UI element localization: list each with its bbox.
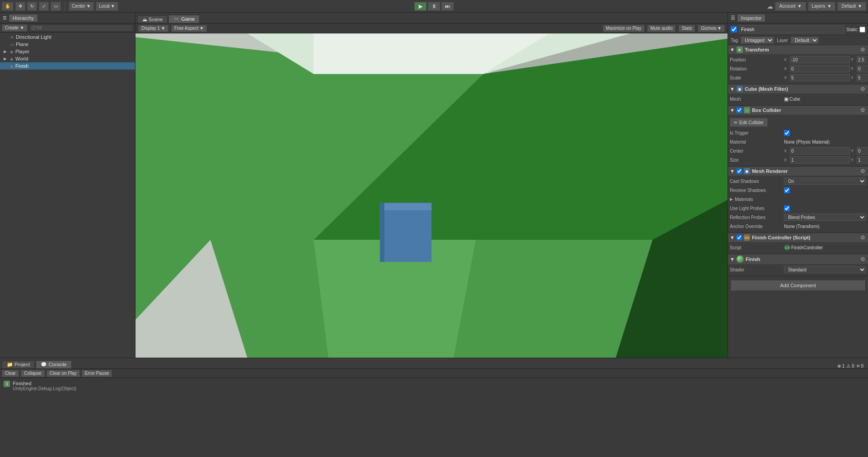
- center-row: Center X Y: [730, 147, 866, 155]
- finish-material-section: ▼ Finish ⚙ Shader Standard: [728, 254, 868, 276]
- fm-settings: ⚙: [859, 256, 866, 262]
- layer-dropdown[interactable]: Default: [791, 37, 819, 44]
- account-dropdown[interactable]: Account ▼: [775, 2, 806, 11]
- stats-button[interactable]: Stats: [678, 25, 695, 32]
- object-active-checkbox[interactable]: [731, 26, 737, 33]
- box-collider-enabled-checkbox[interactable]: [737, 107, 742, 113]
- gizmos-button[interactable]: Gizmos ▼: [698, 25, 725, 32]
- scale-tool-button[interactable]: ⤢: [39, 2, 49, 11]
- edit-collider-icon: ✏: [734, 120, 737, 125]
- center-x-input[interactable]: [790, 147, 850, 154]
- edit-collider-button[interactable]: ✏ Edit Collider: [730, 118, 768, 127]
- mf-settings-btn[interactable]: ⚙: [859, 86, 866, 92]
- rotation-y-input[interactable]: [857, 65, 868, 72]
- hierarchy-item-world[interactable]: ▶ ◈ World: [0, 55, 135, 62]
- size-y-input[interactable]: [857, 156, 868, 163]
- bc-settings-btn[interactable]: ⚙: [859, 107, 866, 113]
- script-label: Script: [730, 245, 784, 250]
- mesh-filter-header[interactable]: ▼ ▣ Cube (Mesh Filter) ⚙: [728, 84, 868, 93]
- display-dropdown[interactable]: Display 1 ▼: [138, 25, 168, 32]
- finish-controller-icon: C#: [744, 234, 750, 241]
- mesh-renderer-body: Cast Shadows On Receive Shadows ▶: [728, 176, 868, 233]
- object-name-field[interactable]: [739, 25, 845, 33]
- pause-button[interactable]: ⏸: [428, 2, 440, 11]
- default-label: Default: [841, 4, 856, 9]
- use-light-probes-checkbox[interactable]: [784, 205, 790, 211]
- hierarchy-item-finish[interactable]: ◈ Finish: [0, 62, 135, 70]
- tag-label: Tag: [731, 38, 738, 43]
- rect-tool-button[interactable]: ▭: [51, 2, 61, 11]
- project-tab[interactable]: 📁 Project: [2, 360, 35, 368]
- transform-settings-btn[interactable]: ⚙: [859, 47, 866, 53]
- mesh-filter-icon: ▣: [737, 86, 743, 92]
- move-tool-button[interactable]: ✥: [15, 2, 25, 11]
- receive-shadows-checkbox[interactable]: [784, 187, 790, 193]
- add-component-button[interactable]: Add Component: [731, 280, 865, 291]
- hierarchy-item-plane[interactable]: ▭ Plane: [0, 41, 135, 48]
- hierarchy-toolbar: Create ▼: [0, 23, 135, 33]
- mesh-renderer-header[interactable]: ▼ ▣ Mesh Renderer ⚙: [728, 167, 868, 176]
- is-trigger-checkbox[interactable]: [784, 130, 790, 136]
- transform-header[interactable]: ▼ ⊕ Transform ⚙: [728, 45, 868, 54]
- clear-button[interactable]: Clear: [2, 370, 19, 377]
- collapse-button[interactable]: Collapse: [21, 370, 45, 377]
- materials-header[interactable]: ▶ Materials: [730, 197, 753, 202]
- mesh-renderer-section: ▼ ▣ Mesh Renderer ⚙ Cast Shadows On: [728, 167, 868, 233]
- scene-tab[interactable]: ⛰ Scene: [137, 15, 168, 23]
- static-checkbox[interactable]: [859, 27, 865, 33]
- position-row: Position X Y: [730, 56, 866, 64]
- game-tab[interactable]: 🎮 Game: [168, 15, 200, 23]
- position-x-input[interactable]: [790, 56, 850, 63]
- hierarchy-item-directional-light[interactable]: ☀ Directional Light: [0, 33, 135, 41]
- pivot-chevron: ▼: [86, 4, 91, 9]
- mesh-row: Mesh ▣ Cube: [730, 95, 866, 103]
- error-pause-button[interactable]: Error Pause: [82, 370, 112, 377]
- console-tab[interactable]: 💬 Console: [36, 360, 71, 368]
- view-tabs: ⛰ Scene 🎮 Game: [135, 13, 728, 23]
- tag-dropdown[interactable]: Untagged: [741, 37, 774, 44]
- play-button[interactable]: ▶: [414, 2, 427, 11]
- physic-material-value: None (Physic Material): [784, 140, 830, 145]
- size-x-input[interactable]: [790, 156, 850, 163]
- hier-label: Plane: [16, 42, 28, 47]
- x-label: X: [784, 57, 789, 62]
- rotation-x-input[interactable]: [790, 65, 850, 72]
- box-collider-header[interactable]: ▼ □ Box Collider ⚙: [728, 106, 868, 115]
- layers-label: Layers: [812, 4, 826, 9]
- finish-material-header[interactable]: ▼ Finish ⚙: [728, 254, 868, 264]
- project-label: Project: [14, 362, 30, 367]
- inspector-tab[interactable]: Inspector: [737, 14, 765, 22]
- console-content: ℹ Finished UnityEngine.Debug.Log(Object): [0, 378, 868, 457]
- mute-button[interactable]: Mute audio: [647, 25, 676, 32]
- hierarchy-create-button[interactable]: Create ▼: [2, 24, 28, 32]
- hierarchy-item-player[interactable]: ▶ ◈ Player: [0, 48, 135, 55]
- layers-dropdown[interactable]: Layers ▼: [808, 2, 836, 11]
- hand-tool-button[interactable]: ✋: [2, 2, 14, 11]
- finish-controller-enabled-checkbox[interactable]: [737, 235, 742, 240]
- maximize-button[interactable]: Maximize on Play: [603, 25, 644, 32]
- scale-y-input[interactable]: [857, 74, 868, 81]
- cast-shadows-dropdown[interactable]: On: [784, 177, 866, 185]
- mr-settings-btn[interactable]: ⚙: [859, 168, 866, 174]
- mesh-renderer-enabled-checkbox[interactable]: [737, 168, 742, 174]
- default-dropdown[interactable]: Default ▼: [837, 2, 866, 11]
- space-button[interactable]: Local ▼: [96, 2, 118, 11]
- shader-dropdown[interactable]: Standard: [784, 266, 866, 273]
- hierarchy-search-input[interactable]: [29, 24, 133, 32]
- reflection-probes-dropdown[interactable]: Blend Probes: [784, 214, 866, 221]
- clear-on-play-button[interactable]: Clear on Play: [47, 370, 80, 377]
- scale-x-input[interactable]: [790, 74, 850, 81]
- mesh-filter-body: Mesh ▣ Cube: [728, 93, 868, 105]
- fc-settings-btn[interactable]: ⚙: [859, 234, 866, 241]
- info-count: ⊕ 1: [837, 364, 845, 368]
- hierarchy-tab[interactable]: Hierarchy: [9, 14, 38, 22]
- finish-controller-header[interactable]: ▼ C# Finish Controller (Script) ⚙: [728, 233, 868, 242]
- aspect-dropdown[interactable]: Free Aspect ▼: [171, 25, 207, 32]
- fm-settings-btn[interactable]: ⚙: [859, 256, 866, 262]
- position-y-input[interactable]: [857, 56, 868, 63]
- rotate-tool-button[interactable]: ↻: [27, 2, 37, 11]
- center-y-input[interactable]: [857, 147, 868, 154]
- console-entry[interactable]: ℹ Finished UnityEngine.Debug.Log(Object): [4, 380, 864, 392]
- step-button[interactable]: ⏭: [441, 2, 454, 11]
- pivot-button[interactable]: Center ▼: [69, 2, 94, 11]
